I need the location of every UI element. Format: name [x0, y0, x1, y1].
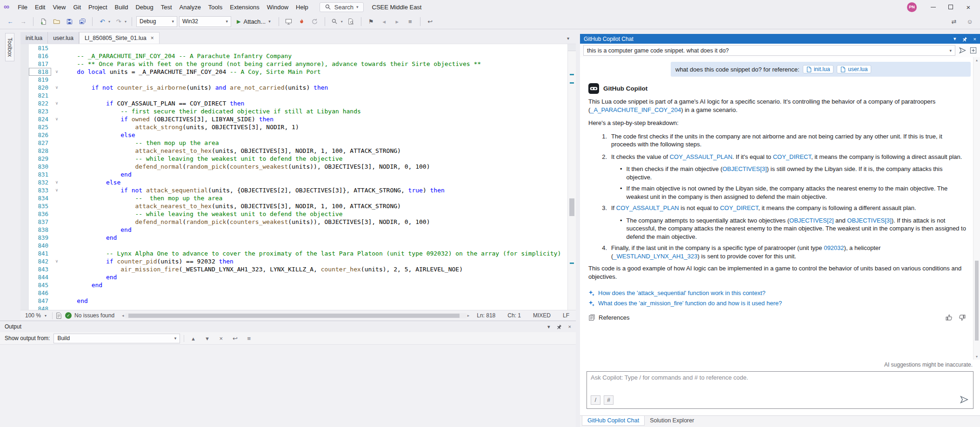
send-feedback-icon[interactable]: ☺ [964, 16, 975, 27]
copilot-input[interactable] [591, 374, 969, 381]
auto-hide-pin-icon[interactable] [962, 36, 967, 42]
scroll-up-icon[interactable]: ▴ [973, 58, 980, 62]
fold-collapse-icon[interactable]: ∨ [51, 68, 62, 76]
fold-collapse-icon[interactable]: ∨ [51, 84, 62, 92]
code-line-815[interactable]: 815 [20, 44, 567, 52]
find-in-files-icon[interactable] [346, 16, 357, 27]
thumbs-down-icon[interactable] [958, 314, 966, 322]
followup-question[interactable]: How does the 'attack_sequential' functio… [588, 289, 972, 296]
code-line-834[interactable]: 834 -- then mop up the area [20, 194, 567, 202]
close-icon[interactable]: × [568, 324, 571, 329]
close-button[interactable]: × [960, 0, 976, 13]
undo-dropdown-icon[interactable]: ▾ [108, 20, 110, 24]
find-dropdown-icon[interactable]: ▾ [341, 20, 343, 24]
hot-reload-icon[interactable] [296, 16, 307, 27]
auto-hide-pin-icon[interactable] [557, 324, 562, 329]
menu-edit[interactable]: Edit [31, 2, 49, 12]
code-line-845[interactable]: 845 end [20, 281, 567, 289]
code-reference-link[interactable]: OBJECTIVES[3] [847, 217, 891, 224]
code-reference-link[interactable]: OBJECTIVES[3] [722, 165, 767, 172]
issues-status-label[interactable]: No issues found [74, 312, 114, 319]
output-source-dropdown[interactable]: Build ▾ [53, 334, 180, 343]
tab-user-lua[interactable]: user.lua [48, 32, 79, 44]
open-file-icon[interactable] [51, 16, 62, 27]
fold-collapse-icon[interactable]: ∨ [51, 257, 62, 265]
goto-previous-message-icon[interactable]: ▴ [188, 335, 198, 342]
splitter-gripper[interactable] [568, 44, 576, 51]
redo-dropdown-icon[interactable]: ▾ [125, 20, 127, 24]
code-reference-link[interactable]: _A_PARACHUTE_INF_COY_204 [590, 106, 681, 113]
code-reference-link[interactable]: OBJECTIVES[2] [789, 217, 833, 224]
code-line-832[interactable]: 832∨ else [20, 178, 567, 186]
scroll-right-icon[interactable]: ▸ [467, 313, 470, 318]
scroll-down-icon[interactable]: ▾ [973, 355, 980, 359]
menu-analyze[interactable]: Analyze [176, 2, 205, 12]
code-line-817[interactable]: 817 -- ** Once Paras with feet on the gr… [20, 60, 567, 68]
code-line-838[interactable]: 838 end [20, 226, 567, 234]
save-all-icon[interactable] [77, 16, 88, 27]
new-topic-icon[interactable] [970, 47, 977, 54]
scrollbar-thumb[interactable] [128, 314, 460, 318]
code-reference-link[interactable]: COY_ASSAULT_PLAN [616, 204, 679, 211]
code-line-833[interactable]: 833∨ if not attack_sequential(units, {OB… [20, 186, 567, 194]
followup-question-text[interactable]: What does the 'air_mission_fire' functio… [598, 300, 782, 307]
undo-icon[interactable]: ↶ [97, 16, 108, 27]
followup-question[interactable]: What does the 'air_mission_fire' functio… [588, 300, 972, 307]
tab-init-lua[interactable]: init.lua [20, 32, 48, 44]
code-line-831[interactable]: 831 end [20, 171, 567, 178]
bottom-tab-solution-explorer[interactable]: Solution Explorer [645, 416, 699, 425]
scroll-left-icon[interactable]: ◂ [122, 313, 124, 318]
code-line-848[interactable]: 848 [20, 305, 567, 310]
references-row[interactable]: References [580, 310, 980, 322]
copilot-input-box[interactable]: / # [587, 371, 973, 409]
code-line-822[interactable]: 822∨ if COY_ASSAULT_PLAN == COY_DIRECT t… [20, 99, 567, 107]
code-line-846[interactable]: 846 [20, 289, 567, 297]
error-list-icon[interactable] [55, 312, 62, 319]
slash-command-button[interactable]: / [591, 395, 600, 405]
code-reference-link[interactable]: _WESTLAND_LYNX_AH1_323 [613, 253, 697, 260]
code-line-842[interactable]: 842∨ if counter_pid(units) == 92032 then [20, 257, 567, 265]
menu-build[interactable]: Build [111, 2, 132, 12]
editor-vertical-scrollbar[interactable] [567, 44, 576, 310]
chat-vertical-scrollbar[interactable]: ▴ ▾ [973, 57, 980, 360]
code-line-818[interactable]: 818∨ do local units = _A_PARACHUTE_INF_C… [20, 68, 567, 76]
menu-window[interactable]: Window [263, 2, 292, 12]
menu-tools[interactable]: Tools [205, 2, 226, 12]
code-line-821[interactable]: 821 [20, 92, 567, 99]
code-line-837[interactable]: 837 defend_normal(random_pick(counters_w… [20, 218, 567, 226]
prompt-history-dropdown[interactable]: this is a computer game code snippet. wh… [583, 45, 955, 56]
attach-button[interactable]: ▶ Attach... ▾ [233, 16, 274, 27]
send-button[interactable] [960, 395, 968, 405]
code-reference-link[interactable]: 092032 [824, 244, 844, 251]
code-editor[interactable]: 815816 -- _A_PARACHUTE_INF_COY_204 -- A … [20, 44, 576, 310]
navigate-forward-icon[interactable]: → [18, 16, 29, 27]
solution-platform-dropdown[interactable]: Win32 ▾ [179, 16, 231, 27]
search-box[interactable]: Search ▾ [320, 2, 364, 12]
fold-collapse-icon[interactable]: ∨ [51, 115, 62, 123]
code-line-819[interactable]: 819 [20, 76, 567, 84]
bookmark-window-icon[interactable]: ≡ [405, 16, 416, 27]
code-line-829[interactable]: 829 -- while leaving the weakest unit to… [20, 155, 567, 163]
code-reference-link[interactable]: COY_DIRECT [720, 204, 758, 211]
output-content[interactable] [0, 345, 576, 427]
code-line-823[interactable]: 823 -- first secure their dedicated obje… [20, 107, 567, 115]
followup-question-text[interactable]: How does the 'attack_sequential' functio… [598, 289, 766, 296]
code-line-816[interactable]: 816 -- _A_PARACHUTE_INF_COY_204 -- A Par… [20, 52, 567, 60]
minimize-button[interactable] [925, 0, 941, 13]
close-icon[interactable]: × [973, 36, 976, 42]
new-file-icon[interactable] [38, 16, 49, 27]
comment-selection-icon[interactable]: ↩ [425, 16, 436, 27]
scrollbar-thumb[interactable] [569, 198, 574, 216]
code-line-830[interactable]: 830 defend_normal(random_pick(counters_w… [20, 163, 567, 171]
resend-prompt-icon[interactable] [959, 47, 966, 54]
tab-close-icon[interactable]: × [151, 35, 154, 41]
reference-file-chip-user-lua[interactable]: user.lua [837, 65, 871, 73]
find-icon[interactable] [329, 16, 340, 27]
save-icon[interactable] [64, 16, 75, 27]
thumbs-up-icon[interactable] [945, 314, 953, 322]
output-panel-header[interactable]: Output ▾ × [0, 321, 576, 332]
code-line-820[interactable]: 820∨ if not counter_is_airborne(units) a… [20, 84, 567, 92]
clear-all-output-icon[interactable]: × [216, 335, 226, 342]
code-line-839[interactable]: 839 end [20, 234, 567, 242]
code-line-827[interactable]: 827 -- then mop up the area [20, 139, 567, 147]
